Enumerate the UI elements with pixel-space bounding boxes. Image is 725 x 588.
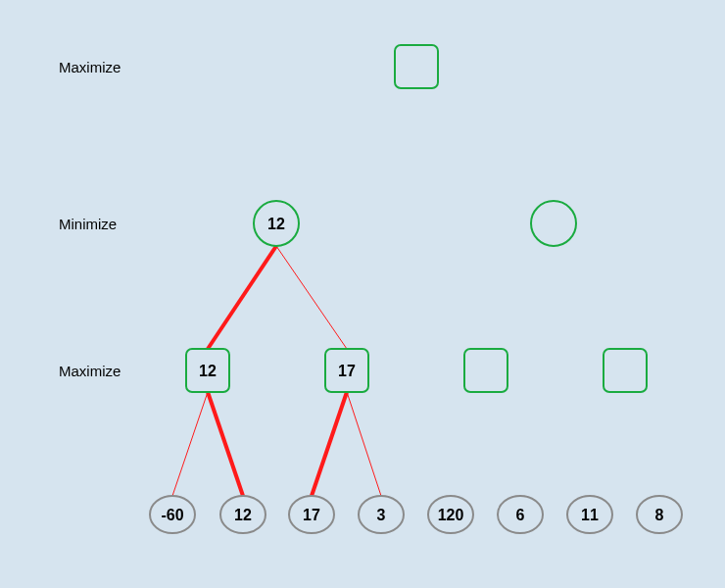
- min-node-1: [531, 201, 576, 246]
- leaf-node-1-value: 12: [234, 507, 252, 523]
- max-node-3: [604, 349, 647, 392]
- leaf-node-7-value: 8: [655, 507, 664, 523]
- root-node: [395, 45, 438, 88]
- leaf-node-5-value: 6: [516, 507, 525, 523]
- max-node-1-value: 17: [338, 363, 356, 379]
- leaf-node-3-value: 3: [377, 507, 386, 523]
- edge-max0-leaf0: [172, 392, 208, 496]
- edge-min0-max0: [208, 246, 276, 349]
- leaf-node-0-value: -60: [161, 507, 183, 523]
- max-node-2: [464, 349, 508, 392]
- leaf-node-2-value: 17: [303, 507, 320, 523]
- edge-max1-leaf2: [312, 392, 347, 496]
- edge-min0-max1: [276, 246, 347, 349]
- leaf-node-4-value: 120: [438, 507, 464, 523]
- edge-max1-leaf3: [347, 392, 381, 496]
- leaf-node-6-value: 11: [581, 507, 599, 523]
- edge-max0-leaf1: [208, 392, 243, 496]
- minimax-diagram: 121217-60121731206118: [0, 0, 725, 588]
- min-node-0-value: 12: [267, 216, 285, 232]
- max-node-0-value: 12: [199, 363, 217, 379]
